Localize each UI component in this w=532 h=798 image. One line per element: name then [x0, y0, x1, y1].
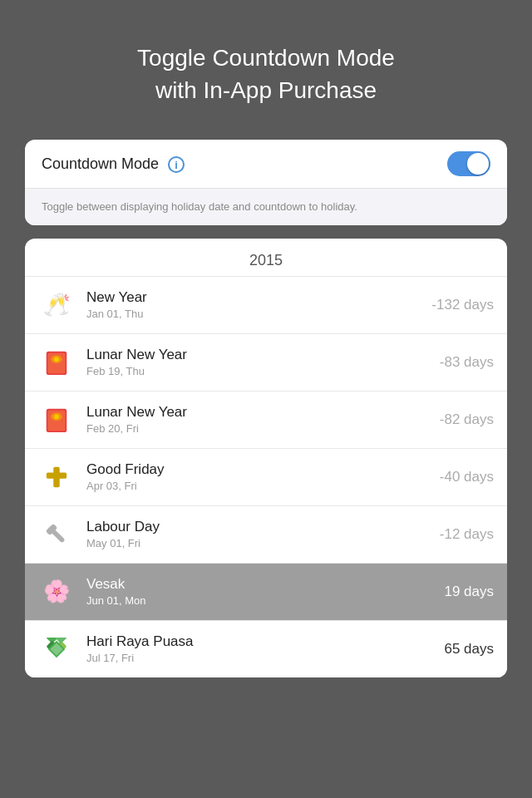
holiday-date: Jun 01, Mon: [86, 594, 444, 607]
header-section: Toggle Countdown Mode with In-App Purcha…: [0, 0, 532, 140]
holiday-date: Feb 19, Thu: [86, 365, 440, 377]
holiday-countdown: 19 days: [444, 584, 494, 600]
holiday-countdown: -40 days: [440, 469, 494, 485]
holiday-info-lunar-new-year-1: Lunar New Year Feb 19, Thu: [86, 347, 440, 377]
holiday-countdown: 65 days: [444, 641, 494, 658]
holiday-item[interactable]: Lunar New Year Feb 20, Fri -82 days: [25, 391, 507, 448]
holiday-countdown: -83 days: [440, 354, 494, 371]
holiday-name: Lunar New Year: [86, 347, 440, 363]
toggle-card: Countdown Mode i Toggle between displayi…: [25, 140, 507, 225]
holiday-item[interactable]: 🌸 Vesak Jun 01, Mon 19 days: [25, 563, 507, 620]
holiday-info-good-friday: Good Friday Apr 03, Fri: [86, 461, 440, 492]
holiday-item[interactable]: Good Friday Apr 03, Fri -40 days: [25, 448, 507, 505]
holiday-name: Good Friday: [86, 461, 440, 478]
holiday-countdown: -82 days: [440, 411, 494, 428]
holiday-date: Jan 01, Thu: [86, 308, 431, 320]
holiday-icon-lunar-new-year-2: [38, 401, 75, 438]
holiday-item[interactable]: 🥂 New Year Jan 01, Thu -132 days: [25, 276, 507, 333]
toggle-row: Countdown Mode i: [25, 140, 507, 189]
holiday-name: Hari Raya Puasa: [86, 633, 444, 650]
holiday-item[interactable]: Lunar New Year Feb 19, Thu -83 days: [25, 333, 507, 391]
holiday-item[interactable]: Labour Day May 01, Fri -12 days: [25, 505, 507, 563]
holiday-name: Labour Day: [86, 519, 440, 535]
holiday-countdown: -12 days: [440, 526, 494, 543]
holiday-icon-lunar-new-year-1: [38, 344, 75, 381]
holiday-info-hari-raya-puasa: Hari Raya Puasa Jul 17, Fri: [86, 633, 444, 664]
holiday-icon-labour-day: [38, 516, 75, 553]
holiday-date: May 01, Fri: [86, 537, 440, 549]
holiday-icon-new-year: 🥂: [38, 287, 75, 323]
holiday-info-lunar-new-year-2: Lunar New Year Feb 20, Fri: [86, 404, 440, 435]
holiday-list-card: 2015 🥂 New Year Jan 01, Thu -132 days Lu…: [25, 239, 507, 677]
holiday-icon-vesak: 🌸: [38, 574, 75, 610]
holiday-name: New Year: [86, 289, 431, 306]
svg-point-7: [54, 414, 59, 419]
svg-point-3: [54, 357, 59, 362]
info-icon[interactable]: i: [168, 156, 185, 173]
page-title: Toggle Countdown Mode with In-App Purcha…: [0, 0, 532, 140]
holiday-name: Lunar New Year: [86, 404, 440, 421]
countdown-mode-toggle[interactable]: [447, 151, 490, 176]
svg-rect-9: [47, 472, 66, 478]
toggle-label: Countdown Mode i: [42, 155, 447, 174]
holiday-info-new-year: New Year Jan 01, Thu: [86, 289, 431, 320]
holiday-year: 2015: [25, 239, 507, 276]
toggle-description: Toggle between displaying holiday date a…: [25, 189, 507, 225]
holiday-icon-good-friday: [38, 459, 75, 495]
holiday-date: Apr 03, Fri: [86, 480, 440, 492]
holiday-date: Jul 17, Fri: [86, 652, 444, 664]
holiday-date: Feb 20, Fri: [86, 422, 440, 435]
holiday-countdown: -132 days: [431, 297, 494, 313]
holiday-icon-hari-raya-puasa: [38, 631, 75, 667]
holiday-name: Vesak: [86, 576, 444, 593]
holiday-info-vesak: Vesak Jun 01, Mon: [86, 576, 444, 607]
holiday-item[interactable]: Hari Raya Puasa Jul 17, Fri 65 days: [25, 620, 507, 677]
holiday-info-labour-day: Labour Day May 01, Fri: [86, 519, 440, 549]
